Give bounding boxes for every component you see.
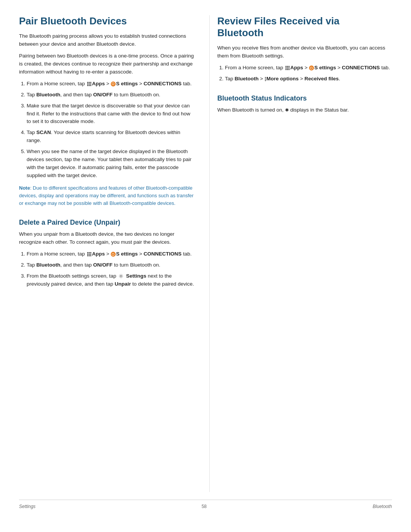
review-intro: When you receive files from another devi… [217, 44, 392, 60]
more-options-bold: More options [266, 76, 299, 81]
bluetooth-bold-2: Bluetooth [37, 262, 61, 268]
more-options-icon [265, 77, 266, 81]
status-description: When Bluetooth is turned on, ✱ displays … [217, 106, 392, 114]
review-section-title: Review Files Received via Bluetooth [217, 15, 392, 39]
svg-point-0 [120, 275, 122, 277]
right-column: Review Files Received via Bluetooth When… [209, 15, 392, 492]
pair-note: Note: Due to different specifications an… [19, 184, 194, 207]
pair-steps-list: From a Home screen, tap Apps > S ettings… [27, 80, 194, 180]
bluetooth-bold-1: Bluetooth [37, 92, 61, 97]
content-area: Pair Bluetooth Devices The Bluetooth pai… [19, 15, 392, 492]
note-label: Note [19, 185, 30, 191]
pair-step-3: Make sure that the target device is disc… [27, 102, 194, 126]
settings-label-3: S ettings [314, 65, 336, 70]
footer-page-number: 58 [202, 504, 207, 509]
delete-step-3: From the Bluetooth settings screen, tap … [27, 272, 194, 288]
gear-icon [118, 273, 124, 279]
footer-left-label: Settings [19, 504, 35, 509]
apps-grid-icon [87, 82, 91, 86]
pair-section-title: Pair Bluetooth Devices [19, 15, 194, 27]
apps-label: Apps [92, 81, 105, 86]
review-title-line1: Review Files Received via [217, 15, 339, 27]
pair-intro-1: The Bluetooth pairing process allows you… [19, 32, 194, 48]
settings-bold-3: Settings [126, 273, 146, 279]
delete-step-1: From a Home screen, tap Apps > S ettings… [27, 250, 194, 258]
review-title-line2: Bluetooth [217, 27, 263, 38]
apps-grid-icon-2 [87, 252, 91, 256]
settings-label-1: S ettings [116, 81, 138, 86]
onoff-bold-2: ON/OFF [93, 262, 113, 268]
apps-label-2: Apps [92, 251, 105, 257]
connections-label-2: CONNECTIONS [143, 251, 182, 257]
page-footer: Settings 58 Bluetooth [19, 500, 392, 509]
connections-label-3: CONNECTIONS [342, 65, 380, 70]
status-text-after: displays in the Status bar. [290, 107, 349, 113]
delete-step-2: Tap Bluetooth, and then tap ON/OFF to tu… [27, 261, 194, 269]
status-text-before: When Bluetooth is turned on, [217, 107, 285, 113]
bluetooth-symbol-icon: ✱ [285, 107, 289, 113]
pair-step-4: Tap SCAN. Your device starts scanning fo… [27, 129, 194, 145]
settings-circle-icon-2 [111, 252, 116, 257]
connections-label-1: CONNECTIONS [143, 81, 182, 86]
delete-steps-list: From a Home screen, tap Apps > S ettings… [27, 250, 194, 288]
delete-intro: When you unpair from a Bluetooth device,… [19, 230, 194, 246]
pair-step-5: When you see the name of the target devi… [27, 148, 194, 180]
pair-intro-2: Pairing between two Bluetooth devices is… [19, 52, 194, 76]
left-column: Pair Bluetooth Devices The Bluetooth pai… [19, 15, 194, 492]
settings-label-2: S ettings [116, 251, 138, 257]
delete-section-title: Delete a Paired Device (Unpair) [19, 219, 194, 227]
review-step-2: Tap Bluetooth > More options > Received … [225, 75, 392, 83]
pair-step-2: Tap Bluetooth, and then tap ON/OFF to tu… [27, 91, 194, 99]
unpair-bold: Unpair [115, 281, 131, 287]
onoff-bold-1: ON/OFF [93, 92, 113, 97]
note-text: : Due to different specifications and fe… [19, 185, 194, 206]
bluetooth-bold-3: Bluetooth [235, 76, 259, 81]
apps-grid-icon-3 [285, 66, 290, 70]
review-step-1: From a Home screen, tap Apps > S ettings… [225, 64, 392, 72]
status-section-title: Bluetooth Status Indicators [217, 94, 392, 102]
received-files-bold: Received files [304, 76, 339, 81]
pair-step-1: From a Home screen, tap Apps > S ettings… [27, 80, 194, 88]
page: Pair Bluetooth Devices The Bluetooth pai… [0, 0, 411, 532]
footer-right-label: Bluetooth [373, 504, 392, 509]
review-steps-list: From a Home screen, tap Apps > S ettings… [225, 64, 392, 83]
apps-label-3: Apps [290, 65, 303, 70]
settings-circle-icon-3 [309, 66, 314, 70]
scan-bold: SCAN [37, 129, 51, 135]
settings-circle-icon-1 [111, 81, 116, 86]
